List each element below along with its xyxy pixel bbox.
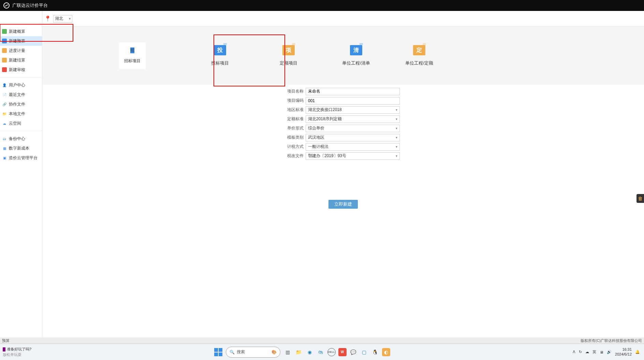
app-logo-icon [3, 2, 10, 9]
titlebar: 广联达云计价平台 [0, 0, 644, 11]
app-title: 广联达云计价平台 [12, 2, 48, 9]
